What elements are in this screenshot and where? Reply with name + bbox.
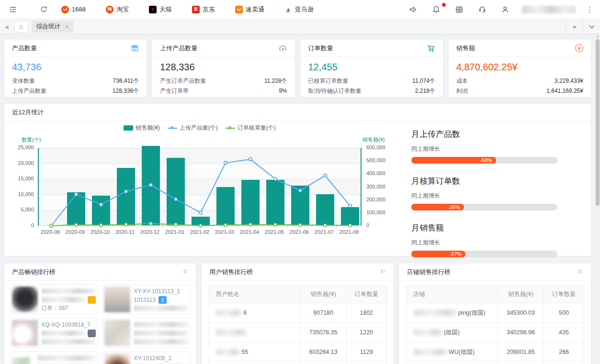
stat-row-value: 128,336个 — [113, 86, 139, 96]
combo-chart: 销售额(¥)上传产品量(个)订单核算量(个) 数量(个) 销售额(¥) 05,0… — [4, 121, 401, 254]
apps-icon[interactable] — [453, 3, 465, 16]
stat-row-value: 2,218个 — [415, 86, 435, 96]
name-suffix: 6 — [243, 303, 247, 322]
legend-item[interactable]: 销售额(¥) — [124, 124, 160, 132]
marketplace-label: 淘宝 — [116, 5, 129, 14]
column-header: 销售额(¥) — [498, 286, 543, 303]
top-toolbar: 1688淘淘宝T天猫京京东速卖通a亚马逊 ⋮ — [0, 0, 600, 19]
redacted-name — [215, 329, 247, 336]
gauge-track: -36% — [411, 204, 557, 210]
x-axis-tickmark — [287, 226, 287, 228]
data-point-2021-05 — [274, 223, 277, 226]
marketplace-tab-速卖通[interactable]: 速卖通 — [235, 5, 264, 14]
gauge-track: -37% — [411, 251, 557, 257]
table-row: 55603264.131129 — [209, 342, 386, 362]
scrollbar-thumb[interactable] — [596, 39, 600, 206]
x-axis-tickmark — [137, 226, 138, 228]
gauge-value: -58% — [480, 157, 492, 163]
gauge-title: 月核算订单数 — [411, 176, 557, 187]
product-tile[interactable]: 订单：387 — [10, 285, 98, 314]
tab-label: 综合统计 — [36, 22, 60, 31]
product-tile[interactable] — [102, 318, 190, 348]
product-image — [12, 320, 38, 346]
right-axis-title: 销售额(¥) — [362, 136, 385, 143]
product-tiles: 订单：387XY-XY-1013113_110131132XQ-XQ-10039… — [4, 281, 196, 364]
flag-icon[interactable]: ⚐ — [183, 268, 189, 276]
data-point-2021-01 — [174, 223, 177, 226]
gauge-title: 月销售额 — [411, 222, 557, 233]
home-tab[interactable]: ⌂ — [14, 21, 28, 33]
data-point-2021-05 — [274, 177, 277, 180]
chart-card-title: 近12月统计 — [12, 108, 44, 117]
data-point-2021-08 — [349, 224, 351, 227]
marketplace-tab-淘宝[interactable]: 淘淘宝 — [106, 5, 129, 14]
announce-icon[interactable] — [407, 3, 419, 16]
redacted-text — [37, 355, 96, 361]
legend-label: 订单核算量(个) — [238, 124, 276, 132]
orders-cell: 435 — [543, 323, 584, 342]
page-scrollbar[interactable]: ▲ — [595, 34, 600, 364]
marketplace-label: 1688 — [72, 6, 86, 13]
y-axis-tick-left: 10,000 — [4, 191, 34, 197]
gauge-fill: -58% — [411, 157, 496, 164]
more-menu-icon[interactable]: ⋮ — [586, 5, 593, 14]
marketplace-list: 1688淘淘宝T天猫京京东速卖通a亚马逊 — [61, 5, 334, 14]
tab-close-icon[interactable]: × — [65, 23, 68, 30]
product-text: XY-XY-1013113_1 — [134, 288, 180, 295]
gauge-fill: -37% — [411, 251, 465, 257]
table-row: 735078.351220 — [209, 322, 386, 342]
support-icon[interactable] — [476, 3, 488, 16]
y-axis-tick-left: 20,000 — [4, 160, 34, 166]
product-text: 1013113 — [134, 297, 156, 303]
product-tile[interactable]: XY-1012408_1 — [102, 352, 190, 364]
legend-item[interactable]: 上传产品量(个) — [168, 124, 218, 132]
name-suffix: 55 — [241, 342, 248, 362]
orders-cell: 500 — [543, 303, 584, 322]
product-tile[interactable]: XY-XY-1013113_110131132 — [102, 285, 190, 314]
orders-cell: 840 — [543, 362, 584, 364]
tabs-dropdown-icon[interactable] — [583, 19, 600, 34]
chart-legend[interactable]: 销售额(¥)上传产品量(个)订单核算量(个) — [38, 124, 362, 132]
scroll-up-icon[interactable]: ▲ — [595, 35, 600, 38]
redacted-text — [41, 288, 96, 294]
x-axis-tick: 2021-08 — [334, 229, 364, 235]
marketplace-tab-1688[interactable]: 1688 — [61, 6, 86, 13]
collapse-menu-icon[interactable] — [7, 3, 19, 16]
flag-icon[interactable]: ⚐ — [577, 268, 583, 276]
redacted-text — [134, 331, 188, 336]
marketplace-favicon: a — [284, 6, 292, 13]
product-text: XY-1012408_1 — [134, 355, 171, 362]
marketplace-favicon: 淘 — [106, 6, 113, 13]
user-icon[interactable] — [499, 3, 511, 16]
legend-item[interactable]: 订单核算量(个) — [226, 124, 276, 132]
sales-cell: 907180 — [300, 303, 346, 322]
marketplace-tab-京东[interactable]: 京京东 — [192, 5, 215, 14]
flag-icon[interactable]: ⚐ — [380, 268, 386, 276]
legend-line-swatch — [168, 126, 177, 131]
y-axis-tick-left: 25,000 — [4, 144, 34, 150]
tabs-scroll-right-icon[interactable]: » — [566, 19, 583, 34]
cart-icon — [427, 44, 435, 53]
page-tabbar: « ⌂ 综合统计 × » — [0, 19, 600, 34]
refresh-icon[interactable] — [37, 3, 50, 16]
gauge-group: 月销售额 同上期增长 -37% — [411, 222, 557, 257]
bell-icon[interactable] — [430, 3, 442, 16]
tabs-scroll-left-icon[interactable]: « — [0, 23, 14, 31]
redacted-name — [413, 349, 448, 355]
column-header: 销售额(¥) — [300, 286, 346, 303]
product-image — [104, 353, 130, 364]
data-point-2020-10 — [100, 223, 102, 226]
y-axis-tick-left: 15,000 — [4, 176, 34, 181]
ranking-title: 店铺销售排行榜 — [407, 268, 451, 276]
orders-cell: 1220 — [346, 323, 386, 342]
marketplace-label: 亚马逊 — [295, 5, 314, 14]
column-header: 店铺 — [407, 286, 498, 303]
marketplace-tab-天猫[interactable]: T天猫 — [149, 5, 172, 14]
tab-statistics[interactable]: 综合统计 × — [32, 21, 73, 33]
username-redacted[interactable] — [522, 6, 576, 13]
product-tile[interactable]: XQ-XQ-1003918_7 — [10, 318, 98, 348]
stat-row-value: 9% — [279, 86, 287, 96]
table-row: ping(德国)345300.03500 — [407, 303, 584, 322]
product-tile[interactable] — [10, 352, 98, 364]
marketplace-tab-亚马逊[interactable]: a亚马逊 — [284, 5, 314, 14]
